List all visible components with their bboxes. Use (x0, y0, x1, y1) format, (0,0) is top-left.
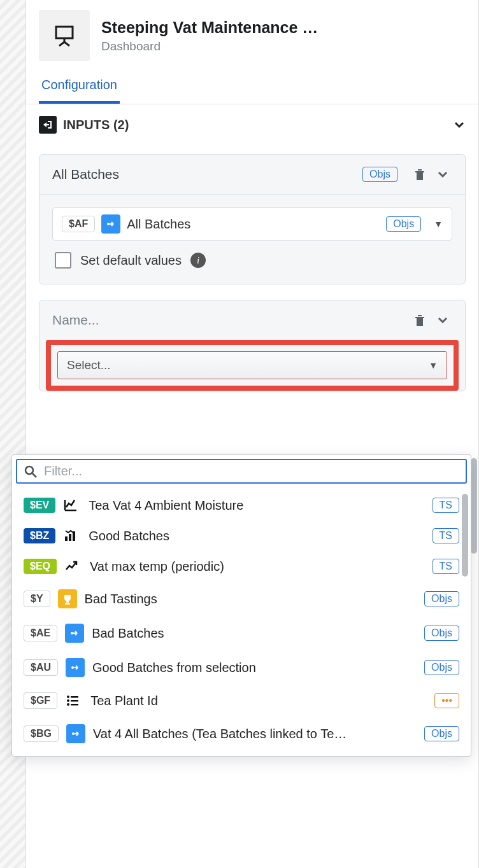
svg-rect-13 (65, 536, 68, 541)
input-card-header: Name... (39, 300, 465, 340)
chart-bar-icon (63, 528, 81, 543)
svg-point-22 (67, 703, 69, 706)
variable-link-label: All Batches (127, 217, 380, 232)
option-item[interactable]: $AU Good Batches from selection Objs (12, 650, 471, 685)
svg-rect-10 (421, 319, 422, 325)
inputs-section-header[interactable]: INPUTS (2) (26, 104, 478, 146)
option-label: Tea Plant Id (90, 694, 427, 708)
type-badge: Objs (362, 167, 397, 182)
chevron-down-icon (453, 118, 466, 131)
page-title: Steeping Vat Maintenance … (101, 18, 318, 37)
input-name-placeholder[interactable]: Name... (52, 312, 406, 328)
option-label: Bad Tastings (85, 592, 417, 606)
option-label: Vat 4 All Batches (Tea Batches linked to… (93, 727, 417, 741)
tabs: Configuration (26, 71, 478, 104)
options-scrollbar[interactable] (462, 494, 468, 577)
more-badge: ••• (434, 693, 459, 708)
variable-pill: $EQ (24, 559, 57, 574)
svg-line-12 (32, 473, 36, 477)
svg-rect-19 (71, 696, 78, 698)
delete-button[interactable] (410, 311, 429, 330)
svg-point-20 (67, 699, 69, 702)
variable-link-row[interactable]: $AF All Batches Objs ▼ (52, 207, 452, 241)
collapse-button[interactable] (433, 311, 452, 330)
variable-pill: $GF (24, 692, 57, 709)
type-badge: Objs (424, 660, 459, 675)
trend-up-icon (64, 559, 82, 574)
svg-line-3 (64, 42, 69, 46)
trophy-icon (58, 589, 77, 608)
svg-rect-9 (419, 319, 420, 325)
svg-line-2 (59, 42, 64, 46)
list-icon (65, 693, 83, 708)
input-name: All Batches (52, 167, 362, 182)
input-card-new: Name... Select... ▼ (39, 300, 466, 391)
info-icon[interactable]: i (190, 253, 206, 268)
type-badge: TS (433, 498, 459, 513)
tab-configuration[interactable]: Configuration (39, 71, 120, 104)
select-highlight: Select... ▼ (46, 340, 459, 391)
set-default-checkbox[interactable] (55, 252, 71, 269)
svg-rect-6 (421, 174, 422, 179)
option-item[interactable]: $AE Bad Batches Objs (12, 616, 471, 650)
set-default-label: Set default values (80, 253, 182, 268)
input-card-header: All Batches Objs (39, 155, 465, 195)
svg-point-11 (25, 466, 33, 474)
svg-rect-8 (418, 319, 419, 325)
option-item[interactable]: $BG Vat 4 All Batches (Tea Batches linke… (12, 717, 471, 751)
dashboard-icon (39, 10, 90, 61)
chart-line-icon (63, 498, 81, 513)
option-label: Good Batches from selection (92, 661, 417, 675)
svg-rect-0 (56, 27, 73, 38)
input-card-all-batches: All Batches Objs $AF All Batches Objs (39, 154, 466, 284)
page-subtitle: Dashboard (101, 39, 318, 53)
type-badge: TS (433, 559, 459, 574)
svg-point-18 (67, 696, 69, 698)
svg-point-16 (71, 632, 73, 634)
options-list: $EV Tea Vat 4 Ambient Moisture TS $BZ Go… (12, 487, 471, 756)
collapse-button[interactable] (433, 165, 452, 184)
select-popover: $EV Tea Vat 4 Ambient Moisture TS $BZ Go… (11, 454, 471, 757)
caret-down-icon: ▼ (434, 219, 443, 229)
option-item[interactable]: $GF Tea Plant Id ••• (12, 685, 471, 717)
inputs-title: INPUTS (2) (63, 118, 453, 132)
option-item[interactable]: $Y Bad Tastings Objs (12, 582, 471, 616)
svg-rect-23 (71, 704, 78, 706)
search-icon (24, 465, 38, 479)
filter-row (16, 459, 467, 484)
type-badge: Objs (424, 591, 459, 606)
svg-rect-5 (419, 174, 420, 179)
filter-input[interactable] (44, 464, 459, 479)
link-arrow-icon (66, 658, 85, 677)
option-label: Bad Batches (92, 626, 417, 641)
option-label: Tea Vat 4 Ambient Moisture (89, 498, 424, 513)
select-dropdown[interactable]: Select... ▼ (57, 351, 447, 379)
option-item[interactable]: $EQ Vat max temp (periodic) TS (12, 551, 471, 582)
type-badge: TS (433, 528, 459, 543)
variable-pill: $BZ (24, 528, 55, 543)
variable-pill: $Y (24, 591, 50, 607)
svg-rect-14 (69, 534, 71, 541)
variable-pill: $AU (24, 659, 58, 676)
option-item[interactable]: $BZ Good Batches TS (12, 521, 471, 551)
link-arrow-icon (101, 214, 120, 234)
option-label: Good Batches (89, 529, 424, 543)
svg-point-17 (71, 666, 74, 669)
header: Steeping Vat Maintenance … Dashboard (26, 5, 478, 66)
svg-point-24 (72, 732, 75, 735)
variable-pill: $AF (62, 216, 95, 232)
svg-rect-4 (418, 174, 419, 179)
variable-pill: $BG (24, 725, 59, 742)
select-placeholder: Select... (67, 358, 429, 372)
link-arrow-icon (66, 724, 85, 743)
option-label: Vat max temp (periodic) (90, 559, 425, 574)
option-item[interactable]: $EV Tea Vat 4 Ambient Moisture TS (12, 490, 471, 521)
link-arrow-icon (65, 624, 84, 643)
caret-down-icon: ▼ (429, 360, 438, 370)
svg-point-7 (107, 223, 110, 225)
variable-pill: $EV (24, 498, 55, 513)
panel-scrollbar[interactable] (471, 458, 477, 554)
type-badge: Objs (424, 726, 459, 741)
delete-button[interactable] (410, 165, 429, 184)
svg-rect-21 (71, 700, 78, 702)
